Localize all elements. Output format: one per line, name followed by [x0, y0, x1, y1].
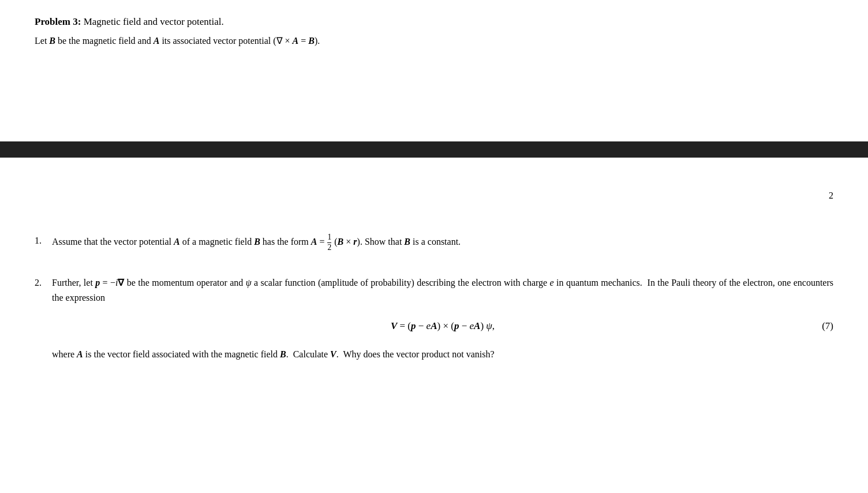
- nabla-symbol-2: ∇: [118, 278, 124, 287]
- item-content-2: Further, let p = −i∇ be the momentum ope…: [52, 275, 833, 366]
- psi-symbol-2: ψ: [246, 278, 252, 287]
- problem-subtitle: Magnetic field and vector potential.: [84, 16, 224, 27]
- A-form-1: A: [311, 237, 317, 246]
- r-symbol-1: r: [353, 237, 357, 246]
- item-2-para-before: Further, let p = −i∇ be the momentum ope…: [52, 275, 833, 306]
- V-eq: V: [391, 320, 397, 331]
- A-eq1: A: [431, 320, 437, 331]
- item-number-1: 1.: [35, 233, 52, 248]
- A-symbol-intro: A: [154, 36, 160, 46]
- B-symbol-after: B: [280, 349, 286, 359]
- p-eq2: p: [454, 320, 459, 331]
- e-symbol-2: e: [550, 278, 554, 287]
- content-area: 1. Assume that the vector potential A of…: [0, 54, 868, 412]
- e-eq1: e: [426, 320, 431, 331]
- B-const-1: B: [404, 237, 410, 246]
- denominator-1: 2: [327, 243, 331, 252]
- page-number: 2: [829, 191, 833, 201]
- frac-half-1: 1 2: [327, 233, 331, 252]
- e-eq2: e: [469, 320, 474, 331]
- A-curl-intro: A: [293, 36, 299, 46]
- problem-list: 1. Assume that the vector potential A of…: [35, 233, 833, 366]
- A-eq2: A: [474, 320, 480, 331]
- problem-item-2: 2. Further, let p = −i∇ be the momentum …: [35, 275, 833, 366]
- problem-item-1: 1. Assume that the vector potential A of…: [35, 233, 833, 252]
- B-symbol-1: B: [254, 237, 260, 246]
- problem-title: Problem 3: Magnetic field and vector pot…: [35, 16, 833, 28]
- problem-label: Problem 3:: [35, 16, 81, 27]
- item-number-2: 2.: [35, 275, 52, 290]
- equation-7-content: V = (p − eA) × (p − eA) ψ,: [391, 320, 495, 331]
- B-result-intro: B: [308, 36, 315, 46]
- equation-number-7: (7): [822, 318, 833, 334]
- B-cross-1: B: [338, 237, 344, 246]
- page-top: Problem 3: Magnetic field and vector pot…: [0, 0, 868, 48]
- A-symbol-1: A: [174, 237, 180, 246]
- p-symbol-2: p: [95, 278, 100, 287]
- equation-7-display: V = (p − eA) × (p − eA) ψ, (7): [52, 318, 833, 334]
- p-eq1: p: [411, 320, 416, 331]
- A-symbol-after: A: [77, 349, 83, 359]
- numerator-1: 1: [327, 233, 331, 243]
- item-2-para-after: where A is the vector field associated w…: [52, 347, 833, 362]
- B-symbol-intro: B: [49, 36, 55, 46]
- V-symbol-after: V: [330, 349, 336, 359]
- intro-text: Let B be the magnetic field and A its as…: [35, 33, 833, 48]
- dark-bar: [0, 141, 868, 158]
- psi-eq: ψ: [486, 320, 492, 331]
- item-content-1: Assume that the vector potential A of a …: [52, 233, 833, 252]
